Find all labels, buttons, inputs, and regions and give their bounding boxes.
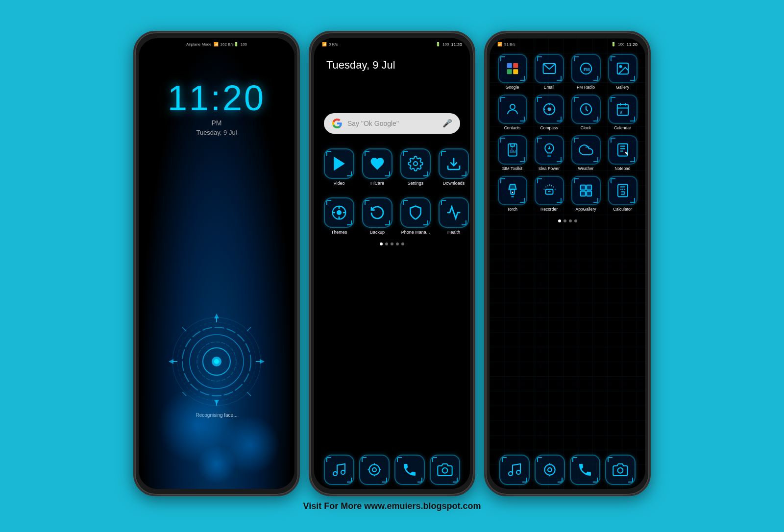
dot3-3 (569, 219, 572, 222)
svg-rect-32 (507, 69, 512, 74)
drawer-icon-compass[interactable] (535, 95, 564, 124)
svg-rect-52 (618, 144, 628, 156)
drawer-icon-clock[interactable] (571, 95, 601, 124)
drawer-icon-calendar[interactable]: 9 (608, 95, 637, 124)
app-icon-video[interactable] (324, 148, 354, 179)
phone1-screen: Airplane Mode 📶 162 B/s 🔋 100 11:20 PM T… (139, 38, 294, 489)
drawer-icon-email[interactable] (535, 54, 564, 83)
drawer-item-compass[interactable]: Compass (533, 95, 565, 130)
dock-item-camera[interactable] (430, 455, 460, 485)
drawer-item-contacts[interactable]: Contacts (496, 95, 528, 130)
dock3-item-sound[interactable] (535, 455, 565, 485)
app-icon-downloads[interactable] (439, 148, 469, 179)
dock3-icon-music[interactable] (499, 455, 530, 485)
svg-rect-60 (618, 184, 628, 196)
status-bar-phone2: 📶 0 K/s 🔋 100 11:20 (314, 38, 470, 49)
phone2: 📶 0 K/s 🔋 100 11:20 Tuesday, 9 Jul (309, 31, 475, 496)
status-right-phone2: 🔋 100 11:20 (436, 42, 462, 47)
app-item-settings[interactable]: Settings (400, 148, 431, 186)
dock3-icon-phone[interactable] (570, 455, 600, 485)
dock3-item-music[interactable] (499, 455, 530, 485)
drawer-item-google[interactable]: Google (496, 54, 528, 90)
themes-icon (331, 205, 347, 220)
dock-item-sound[interactable] (359, 455, 390, 485)
app-item-video[interactable]: Video (324, 148, 354, 186)
fm-radio-icon: FM (579, 61, 593, 76)
drawer-item-email[interactable]: Email (533, 54, 565, 90)
sound-icon-dock3 (542, 462, 558, 478)
microphone-icon[interactable]: 🎤 (442, 119, 452, 128)
app-item-phone-manager[interactable]: Phone Mana... (400, 197, 431, 235)
drawer-item-calendar[interactable]: 9 Calendar (607, 95, 638, 130)
drawer-icon-fm-radio[interactable]: FM (571, 54, 601, 83)
app-item-themes[interactable]: Themes (324, 197, 354, 235)
drawer-icon-calculator[interactable] (608, 176, 637, 205)
dock-icon-music[interactable] (324, 455, 354, 485)
dock-icon-camera[interactable] (430, 455, 460, 485)
app-icon-backup[interactable] (362, 197, 392, 228)
drawer-icon-google[interactable] (498, 54, 527, 83)
svg-line-14 (247, 327, 251, 331)
page-indicator-phone3 (490, 217, 645, 225)
dock-item-music[interactable] (324, 455, 354, 485)
google-search-bar[interactable]: Say "Ok Google" 🎤 (324, 113, 460, 134)
svg-rect-58 (580, 191, 585, 196)
dock3-icon-sound[interactable] (535, 455, 565, 485)
data-speed-phone2: 0 K/s (329, 42, 338, 47)
status-bar-phone1: Airplane Mode 📶 162 B/s 🔋 100 (178, 38, 255, 48)
drawer-icon-app-gallery[interactable] (571, 176, 601, 205)
drawer-icon-torch[interactable] (498, 176, 527, 205)
svg-point-29 (442, 468, 448, 473)
drawer-item-notepad[interactable]: Notepad (607, 135, 638, 171)
drawer-item-app-gallery[interactable]: AppGallery (570, 176, 602, 212)
drawer-icon-recorder[interactable] (535, 176, 564, 205)
svg-line-13 (247, 392, 251, 396)
dock-icon-sound[interactable] (359, 455, 390, 485)
drawer-icon-gallery[interactable] (608, 54, 637, 83)
dock3-icon-camera[interactable] (605, 455, 636, 485)
dock-bar-phone2 (314, 451, 470, 489)
app-icon-hicare[interactable] (362, 148, 392, 179)
app-icon-settings[interactable] (400, 148, 431, 179)
drawer-item-weather[interactable]: 28° Weather (570, 135, 602, 171)
drawer-item-clock[interactable]: Clock (570, 95, 602, 130)
drawer-icon-sim-toolkit[interactable]: SIM 2 (498, 135, 527, 165)
app-icon-health[interactable] (439, 197, 469, 228)
phones-container: Airplane Mode 📶 162 B/s 🔋 100 11:20 PM T… (119, 21, 665, 496)
drawer-item-calculator[interactable]: Calculator (607, 176, 638, 212)
drawer-icon-weather[interactable]: 28° (571, 135, 601, 165)
dot3-1 (558, 219, 561, 222)
dock-item-phone[interactable] (394, 455, 425, 485)
app-icon-themes[interactable] (324, 197, 354, 228)
app-item-backup[interactable]: Backup (362, 197, 392, 235)
drawer-icon-notepad[interactable] (608, 135, 637, 165)
dock3-item-camera[interactable] (605, 455, 636, 485)
drawer-icon-idea-power[interactable] (535, 135, 564, 165)
drawer-item-torch[interactable]: Torch (496, 176, 528, 212)
drawer-label-clock: Clock (581, 125, 591, 130)
drawer-item-fm-radio[interactable]: FM FM Radio (570, 54, 602, 90)
app-drawer: 📶 91 B/s 🔋 100 11:20 (490, 38, 645, 489)
dock3-item-phone[interactable] (570, 455, 600, 485)
drawer-item-sim-toolkit[interactable]: SIM 2 SIM Toolkit (496, 135, 528, 171)
google-icon (505, 61, 520, 76)
drawer-item-recorder[interactable]: Recorder (533, 176, 565, 212)
drawer-label-weather: Weather (578, 166, 594, 171)
data-speed-phone3: 91 B/s (504, 42, 515, 47)
dock-icon-phone[interactable] (394, 455, 425, 485)
phone1: Airplane Mode 📶 162 B/s 🔋 100 11:20 PM T… (133, 31, 300, 496)
app-item-health[interactable]: Health (439, 197, 469, 235)
app-icon-phone-manager[interactable] (400, 197, 431, 228)
drawer-label-calculator: Calculator (613, 207, 632, 212)
svg-point-24 (372, 468, 376, 472)
drawer-icon-contacts[interactable] (498, 95, 527, 124)
app-item-hicare[interactable]: HiCare (362, 148, 392, 186)
drawer-item-gallery[interactable]: Gallery (607, 54, 638, 90)
svg-rect-43 (617, 104, 628, 116)
app-item-downloads[interactable]: Downloads (439, 148, 469, 186)
svg-rect-33 (513, 69, 518, 74)
app-label-settings: Settings (408, 181, 424, 186)
weather-icon: 28° (579, 143, 593, 157)
calendar-icon: 9 (615, 102, 630, 117)
drawer-item-idea-power[interactable]: Idea Power (533, 135, 565, 171)
